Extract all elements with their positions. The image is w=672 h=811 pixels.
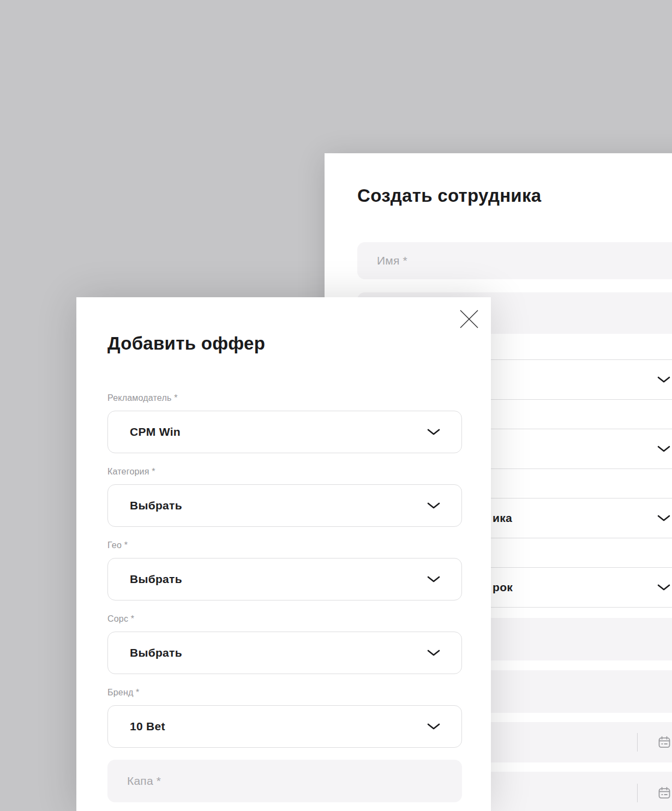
chevron-down-icon: [657, 445, 671, 453]
chevron-down-icon: [427, 428, 441, 436]
brand-select[interactable]: 10 Bet: [107, 705, 462, 748]
source-group: Сорс * Выбрать: [107, 614, 460, 674]
close-icon[interactable]: [457, 307, 481, 331]
geo-label: Гео *: [107, 540, 460, 551]
add-offer-modal: Добавить оффер Рекламодатель * CPM Win К…: [76, 297, 491, 811]
page-background: Создать сотрудника ика рок: [0, 0, 672, 811]
geo-value: Выбрать: [130, 573, 182, 586]
select-value-fragment: рок: [493, 581, 513, 594]
category-value: Выбрать: [130, 499, 182, 512]
field-divider: [637, 733, 638, 752]
chevron-down-icon: [657, 514, 671, 522]
source-select[interactable]: Выбрать: [107, 632, 462, 674]
source-label: Сорс *: [107, 614, 460, 624]
advertiser-value: CPM Win: [130, 425, 181, 438]
chevron-down-icon: [427, 575, 441, 583]
brand-value: 10 Bet: [130, 720, 165, 733]
chevron-down-icon: [427, 649, 441, 657]
select-value-fragment: ика: [493, 512, 512, 525]
cap-field[interactable]: [107, 760, 462, 802]
field-divider: [637, 784, 638, 802]
chevron-down-icon: [427, 502, 441, 509]
chevron-down-icon: [657, 584, 671, 591]
category-label: Категория *: [107, 466, 460, 477]
add-offer-title: Добавить оффер: [107, 333, 460, 355]
brand-group: Бренд * 10 Bet: [107, 687, 460, 748]
chevron-down-icon: [657, 376, 671, 383]
advertiser-select[interactable]: CPM Win: [107, 411, 462, 453]
employee-name-field[interactable]: [357, 242, 672, 279]
source-value: Выбрать: [130, 646, 182, 659]
employee-name-input[interactable]: [357, 242, 672, 279]
geo-group: Гео * Выбрать: [107, 540, 460, 600]
create-employee-title: Создать сотрудника: [357, 184, 672, 207]
calendar-icon[interactable]: [657, 735, 671, 749]
brand-label: Бренд *: [107, 687, 460, 698]
advertiser-label: Рекламодатель *: [107, 393, 460, 404]
advertiser-group: Рекламодатель * CPM Win: [107, 393, 460, 453]
category-group: Категория * Выбрать: [107, 466, 460, 527]
geo-select[interactable]: Выбрать: [107, 558, 462, 600]
chevron-down-icon: [427, 723, 441, 730]
cap-input[interactable]: [107, 760, 462, 802]
category-select[interactable]: Выбрать: [107, 484, 462, 527]
calendar-icon[interactable]: [657, 786, 671, 800]
